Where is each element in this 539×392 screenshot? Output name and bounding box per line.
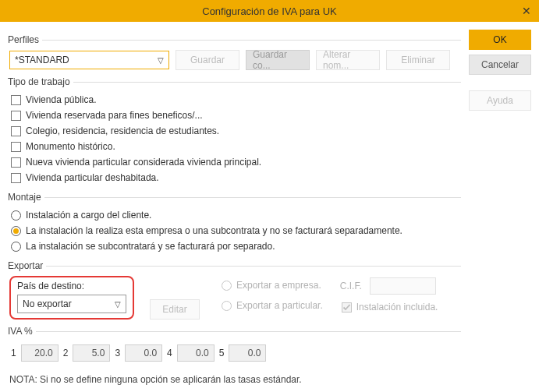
work-type-checkbox-2[interactable]	[11, 126, 21, 136]
iva-rate-2[interactable]: 5.0	[73, 344, 110, 362]
footer-note: NOTA: Si no se define ninguna opción se …	[8, 369, 461, 385]
export-group: Exportar País de destino: No exportar ▽ …	[8, 260, 461, 321]
profiles-combo[interactable]: *STANDARD ▽	[9, 51, 169, 69]
work-type-label-5: Vivienda particular deshabitada.	[26, 172, 159, 183]
window-title: Configuración de IVA para UK	[0, 5, 539, 17]
ok-button[interactable]: OK	[469, 30, 531, 50]
work-type-checkbox-1[interactable]	[11, 111, 21, 121]
work-type-label-2: Colegio, residencia, residencia de estud…	[26, 125, 219, 136]
profiles-combo-value: *STANDARD	[15, 55, 69, 65]
export-legend: Exportar	[8, 260, 46, 271]
cif-label: C.I.F.	[340, 281, 362, 291]
work-type-checkbox-3[interactable]	[11, 142, 21, 152]
iva-rate-3[interactable]: 0.0	[125, 344, 162, 362]
titlebar: Configuración de IVA para UK ✕	[0, 0, 539, 22]
work-type-label-3: Monumento histórico.	[26, 141, 115, 152]
work-type-label-4: Nueva vivienda particular considerada vi…	[26, 157, 261, 168]
help-button: Ayuda	[469, 90, 531, 111]
export-to-individual-label: Exportar a particular.	[236, 300, 323, 311]
iva-legend: IVA %	[8, 326, 36, 337]
export-to-individual-radio	[222, 301, 232, 311]
close-icon[interactable]: ✕	[522, 5, 531, 17]
work-type-checkbox-5[interactable]	[11, 173, 21, 183]
work-type-group: Tipo de trabajo Vivienda pública.Viviend…	[8, 76, 461, 187]
iva-group: IVA % 120.025.030.040.050.0	[8, 326, 461, 366]
iva-index-1: 1	[11, 348, 16, 358]
save-as-button[interactable]: Guardar co...	[246, 50, 310, 70]
iva-rate-1[interactable]: 20.0	[21, 344, 59, 362]
chevron-down-icon: ▽	[115, 300, 121, 309]
installation-group: Montaje Instalación a cargo del cliente.…	[8, 192, 461, 256]
installation-radio-2[interactable]	[11, 242, 21, 252]
install-included-label: Instalación incluida.	[356, 302, 438, 313]
export-to-company-radio	[222, 281, 232, 291]
iva-index-2: 2	[63, 348, 69, 358]
export-destination-highlight: País de destino: No exportar ▽	[9, 276, 134, 320]
rename-button: Alterar nom...	[316, 50, 380, 70]
installation-legend: Montaje	[8, 192, 44, 203]
profiles-group: Perfiles *STANDARD ▽ Guardar Guardar co.…	[8, 34, 461, 72]
iva-rate-5[interactable]: 0.0	[229, 344, 266, 362]
iva-rate-4[interactable]: 0.0	[177, 344, 215, 362]
export-dest-label: País de destino:	[17, 281, 126, 291]
install-included-checkbox	[342, 302, 352, 313]
iva-index-3: 3	[115, 348, 120, 358]
work-type-checkbox-4[interactable]	[11, 157, 21, 168]
installation-radio-0[interactable]	[11, 210, 21, 221]
export-edit-button: Editar	[150, 299, 200, 320]
chevron-down-icon: ▽	[158, 56, 164, 65]
installation-radio-1[interactable]	[11, 226, 21, 236]
profiles-legend: Perfiles	[8, 34, 42, 45]
work-type-label-0: Vivienda pública.	[26, 94, 97, 105]
export-dest-combo[interactable]: No exportar ▽	[17, 295, 126, 313]
save-button: Guardar	[176, 50, 239, 70]
cif-input	[370, 277, 436, 295]
work-type-legend: Tipo de trabajo	[8, 76, 73, 87]
cancel-button[interactable]: Cancelar	[469, 55, 531, 75]
iva-index-4: 4	[167, 348, 172, 358]
installation-label-2: La instalación se subcontratará y se fac…	[26, 241, 275, 252]
delete-button: Eliminar	[386, 50, 450, 70]
export-dest-value: No exportar	[23, 298, 72, 309]
work-type-label-1: Vivienda reservada para fines beneficos/…	[26, 110, 203, 121]
work-type-checkbox-0[interactable]	[11, 95, 21, 105]
export-to-company-label: Exportar a empresa.	[236, 280, 321, 291]
installation-label-1: La instalación la realiza esta empresa o…	[26, 225, 402, 236]
installation-label-0: Instalación a cargo del cliente.	[26, 210, 151, 221]
iva-index-5: 5	[219, 348, 225, 358]
